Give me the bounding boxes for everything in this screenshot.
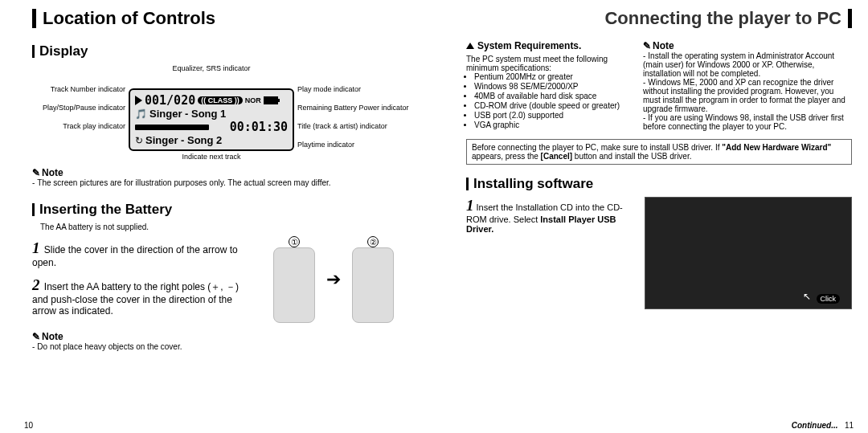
page-number-right: 11 [845,421,854,430]
section-install-title: Installing software [473,176,593,192]
boxnote-cancel: [Cancel] [541,152,572,161]
boxnote-mid: appears, press the [472,152,541,161]
sysreq-title: System Requirements. [477,40,581,51]
section-bar-icon [32,203,35,216]
installer-screenshot: ↖ Click [645,197,852,309]
battery-figure: ① ➔ ② [265,239,402,320]
title-right-text: Connecting the player to PC [604,8,841,29]
sysreq-intro: The PC system must meet the following mi… [466,55,627,72]
list-item: CD-ROM drive (double speed or greater) [474,101,627,110]
callout-label: Track play indicator [32,122,125,130]
title-left-text: Location of Controls [43,8,215,29]
continued-label: Continued... [792,421,838,430]
step-text: Slide the cover in the direction of the … [32,244,238,268]
section-display: Display [32,43,450,59]
play-icon [135,96,142,105]
class-badge: (( CLASS )) [198,96,243,104]
music-note-icon: 🎵 [135,108,147,120]
cursor-icon: ↖ [803,291,811,302]
list-item: 40MB of available hard disk space [474,92,627,100]
pencil-icon: ✎ [32,167,40,178]
note-text: The screen pictures are for illustration… [37,178,330,187]
callout-label: Title (track & artist) indicator [297,122,431,130]
title-bar-icon [848,9,852,28]
note-item: If you are using Windows 98, install the… [643,113,844,131]
callout-label: Remaining Battery Power indicator [297,104,431,112]
page-footer: 10 Continued... 11 [24,421,854,430]
triangle-up-icon [466,43,474,49]
note-text: Do not place heavy objects on the cover. [37,342,182,351]
battery-icon [264,96,278,104]
note-title: Note [42,331,63,342]
note-battery: ✎Note -Do not place heavy objects on the… [32,331,450,351]
fig-num-2: ② [367,236,379,247]
note-item: Install the operating system in Administ… [643,51,834,78]
battery-preface: The AA battery is not supplied. [40,223,450,231]
install-step-1: 1 Insert the Installation CD into the CD… [466,197,635,309]
device-illustration [273,247,315,323]
under-lcd-label: Indicate next track [129,153,294,161]
boxnote-bold1: "Add New Hardware Wizard" [722,143,831,152]
fig-num-1: ① [289,236,300,247]
click-badge: Click [817,294,841,304]
lcd-display: 001/020 (( CLASS )) NOR 🎵 Singer - Song … [129,88,294,151]
note-title: Note [42,167,63,178]
section-install: Installing software [466,176,852,192]
sysreq-title-row: System Requirements. [466,40,627,51]
sysreq-note: ✎Note -Install the operating system in A… [643,40,852,131]
callouts-left: Track Number indicator Play/Stop/Pause i… [32,64,129,130]
note-display: ✎Note -The screen pictures are for illus… [32,167,450,187]
callout-label: Play/Stop/Pause indicator [32,104,125,112]
callout-label: Play mode indicator [297,85,431,93]
page-title-left: Location of Controls [32,8,215,29]
note-title: Note [653,40,674,51]
page-title-right: Connecting the player to PC [604,8,852,29]
mode-nor: NOR [245,96,261,104]
list-item: USB port (2.0) supported [474,111,627,120]
battery-steps: 1 Slide the cover in the direction of th… [32,239,257,325]
callout-label: Playtime indicator [297,141,431,149]
section-display-title: Display [39,43,88,59]
track-counter: 001/020 [145,93,195,108]
progress-bar [135,125,209,130]
list-item: Windows 98 SE/ME/2000/XP [474,82,627,91]
song2: Singer - Song 2 [145,134,222,146]
boxnote-pre: Before connecting the player to PC, make… [472,143,722,152]
playtime: 00:01:30 [215,120,289,134]
loop-icon: ↻ [135,135,143,146]
section-bar-icon [466,178,469,190]
section-battery-title: Inserting the Battery [39,202,172,218]
pencil-icon: ✎ [643,40,651,51]
step-text: Insert the AA battery to the right poles… [32,281,239,317]
usb-driver-note-box: Before connecting the player to PC, make… [466,139,852,165]
list-item: 2 Insert the AA battery to the right pol… [32,276,257,317]
pencil-icon: ✎ [32,331,40,342]
sysreq-list: Pentium 200MHz or greater Windows 98 SE/… [474,72,627,129]
list-item: VGA graphic [474,121,627,129]
title-bar-icon [32,9,36,28]
section-battery: Inserting the Battery [32,202,450,218]
song1: Singer - Song 1 [149,108,226,120]
section-bar-icon [32,45,35,58]
arrow-right-icon: ➔ [326,269,341,290]
list-item: 1 Slide the cover in the direction of th… [32,239,257,268]
boxnote-post: button and install the USB driver. [572,152,691,161]
note-item: Windows ME, 2000 and XP can recognize th… [643,78,845,113]
device-illustration [352,247,394,323]
callout-label: Track Number indicator [32,85,125,93]
eq-callout: Equalizer, SRS indicator [129,64,294,72]
list-item: Pentium 200MHz or greater [474,72,627,81]
callouts-right: Play mode indicator Remaining Battery Po… [294,64,431,149]
page-number-left: 10 [24,421,33,430]
